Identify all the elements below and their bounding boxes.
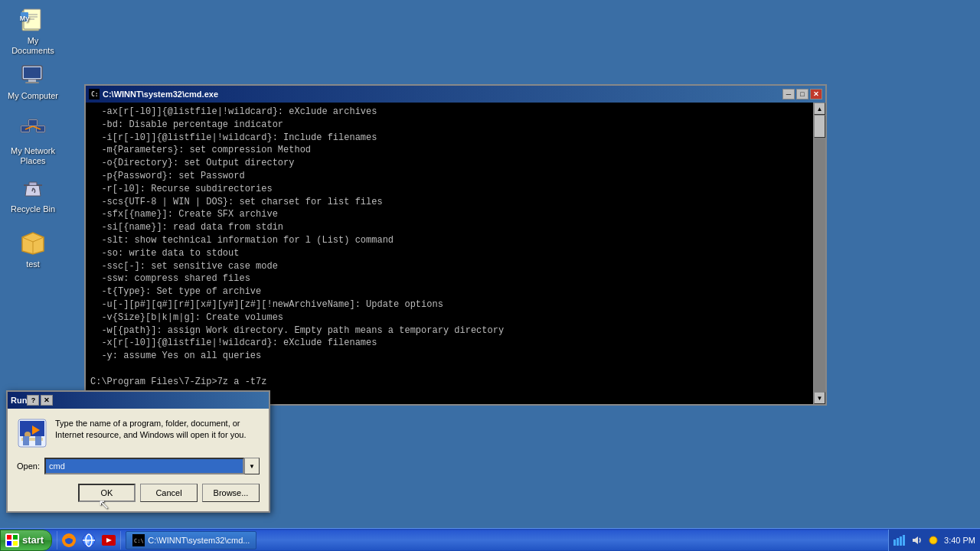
svg-text:e: e [87,539,90,544]
cmd-close-button[interactable]: ✕ [810,89,822,99]
svg-rect-26 [23,436,29,445]
run-body: Type the name of a program, folder, docu… [8,409,269,511]
svg-text:My: My [20,15,30,22]
taskbar-ie-icon[interactable]: e [80,532,97,549]
run-titlebar: Run ? ✕ [8,392,269,409]
cmd-content-area: -ax[r[-l0]]{@listfile|!wildcard}: eXclud… [86,103,825,404]
run-title-buttons: ? ✕ [27,395,53,406]
run-browse-button[interactable]: Browse... [202,484,260,502]
svg-rect-42 [893,540,896,546]
desktop-icon-network[interactable]: My Network Places [6,116,60,166]
run-open-input[interactable] [44,458,244,474]
tray-network-icon[interactable] [893,534,906,546]
run-buttons: OK Cancel Browse... [17,484,260,502]
svg-rect-31 [13,541,18,546]
start-label: start [22,534,44,546]
cmd-title-icon: C: [89,89,100,99]
cmd-output-text: -ax[r[-l0]]{@listfile|!wildcard}: eXclud… [86,103,813,404]
tray-volume-icon[interactable] [910,534,923,546]
taskbar-divider-2 [120,531,121,549]
desktop-icon-my-computer[interactable]: My Computer [6,61,60,101]
taskbar-media-icon[interactable] [100,532,117,549]
svg-rect-45 [903,535,905,546]
run-ok-button[interactable]: OK [78,484,136,502]
svg-rect-16 [29,120,37,126]
taskbar-firefox-icon[interactable] [60,532,77,549]
taskbar-cmd-button[interactable]: C:\ C:\WINNT\system32\cmd... [126,531,256,549]
run-cancel-button[interactable]: Cancel [140,484,198,502]
svg-text:C:: C: [91,91,99,98]
start-button[interactable]: start [0,530,52,551]
cmd-titlebar: C: C:\WINNT\system32\cmd.exe ─ □ ✕ [86,86,825,103]
scroll-up-button[interactable]: ▲ [814,103,825,115]
cmd-scrollbar[interactable]: ▲ ▼ [813,103,825,404]
desktop: My My Documents My Computer [0,0,980,551]
svg-rect-10 [25,82,39,83]
taskbar-divider-1 [57,531,57,549]
svg-point-47 [929,536,937,544]
run-help-button[interactable]: ? [27,395,39,406]
run-dialog: Run ? ✕ [6,390,270,513]
svg-marker-46 [913,536,918,544]
tray-extra-icon[interactable] [927,534,939,546]
run-dialog-icon [17,418,47,448]
run-close-button[interactable]: ✕ [41,395,53,406]
scroll-down-button[interactable]: ▼ [814,392,825,404]
taskbar-cmd-icon: C:\ [132,534,145,546]
svg-rect-8 [24,67,41,78]
svg-rect-43 [897,538,899,546]
svg-rect-30 [7,541,11,546]
cmd-maximize-button[interactable]: □ [796,89,808,99]
cmd-window-controls: ─ □ ✕ [782,89,822,99]
taskbar: start e [0,528,980,551]
svg-rect-29 [13,535,18,540]
run-header-area: Type the name of a program, folder, docu… [17,418,260,448]
system-tray: 3:40 PM [888,530,980,551]
cmd-window: C: C:\WINNT\system32\cmd.exe ─ □ ✕ -ax[r… [84,84,827,406]
scroll-track[interactable] [814,115,825,392]
run-dropdown-button[interactable]: ▼ [244,458,260,474]
run-title-text: Run [11,396,27,405]
svg-rect-44 [900,536,902,546]
svg-rect-27 [35,436,41,445]
desktop-icon-recycle[interactable]: Recycle Bin [6,174,60,214]
svg-text:C:\: C:\ [134,538,144,544]
windows-logo [5,533,19,547]
system-clock: 3:40 PM [944,536,975,545]
svg-rect-9 [28,80,36,82]
svg-rect-28 [7,535,11,540]
run-open-row: Open: ▼ [17,458,260,474]
cmd-minimize-button[interactable]: ─ [782,89,795,99]
run-description: Type the name of a program, folder, docu… [55,418,260,442]
run-open-label: Open: [17,461,40,471]
scroll-thumb[interactable] [814,115,825,138]
desktop-icon-test[interactable]: test [6,230,60,269]
cmd-title-text: C:\WINNT\system32\cmd.exe [103,90,218,99]
run-input-wrapper: ▼ [44,458,260,474]
desktop-icon-my-documents[interactable]: My My Documents [6,6,60,56]
taskbar-cmd-label: C:\WINNT\system32\cmd... [148,536,250,545]
